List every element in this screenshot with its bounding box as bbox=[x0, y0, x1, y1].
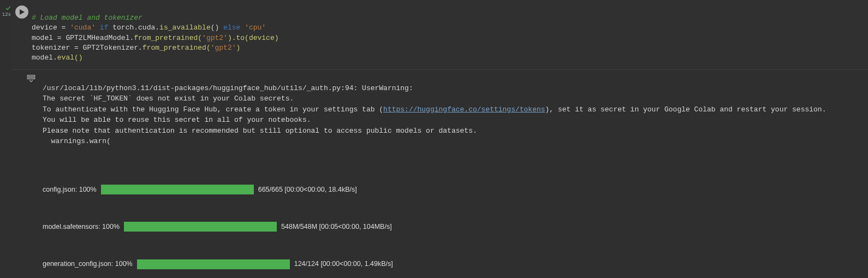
notebook-cell: 12s # Load model and tokenizer device = … bbox=[0, 0, 868, 278]
warning-line: Please note that authentication is recom… bbox=[43, 127, 477, 135]
warning-line: ), set it as secret in your Google Colab… bbox=[545, 105, 827, 114]
cell-gutter: 12s bbox=[0, 0, 12, 278]
warning-line: You will be able to reuse this secret in… bbox=[43, 116, 311, 124]
progress-label: model.safetensors: 100% bbox=[43, 222, 120, 232]
warning-line: To authenticate with the Hugging Face Hu… bbox=[43, 105, 383, 114]
progress-row: config.json: 100% 665/665 [00:00<00:00, … bbox=[43, 185, 826, 195]
progress-label: generation_config.json: 100% bbox=[43, 259, 133, 269]
settings-token-link[interactable]: https://huggingface.co/settings/tokens bbox=[383, 105, 545, 114]
execution-duration: 12s bbox=[0, 12, 12, 17]
progress-stats: 665/665 [00:00<00:00, 18.4kB/s] bbox=[258, 185, 357, 195]
code-input-area[interactable]: # Load model and tokenizer device = 'cud… bbox=[12, 0, 868, 70]
progress-bar bbox=[101, 185, 254, 194]
run-cell-button[interactable] bbox=[15, 5, 28, 19]
code-comment: # Load model and tokenizer bbox=[32, 14, 142, 22]
cell-output: /usr/local/lib/python3.11/dist-packages/… bbox=[12, 70, 868, 278]
progress-row: generation_config.json: 100% 124/124 [00… bbox=[43, 259, 826, 269]
warning-line: warnings.warn( bbox=[43, 137, 111, 145]
warning-line: The secret `HF_TOKEN` does not exist in … bbox=[43, 94, 294, 103]
download-progress-list: config.json: 100% 665/665 [00:00<00:00, … bbox=[43, 164, 826, 278]
progress-stats: 124/124 [00:00<00:00, 1.49kB/s] bbox=[294, 259, 393, 269]
progress-label: config.json: 100% bbox=[43, 185, 97, 195]
progress-bar bbox=[124, 222, 277, 232]
progress-row: model.safetensors: 100% 548M/548M [00:05… bbox=[43, 222, 826, 232]
check-icon bbox=[0, 5, 12, 11]
progress-stats: 548M/548M [00:05<00:00, 104MB/s] bbox=[281, 222, 392, 232]
cell-content: # Load model and tokenizer device = 'cud… bbox=[12, 0, 868, 278]
progress-bar bbox=[137, 259, 290, 269]
code-editor[interactable]: # Load model and tokenizer device = 'cud… bbox=[32, 3, 279, 63]
svg-rect-0 bbox=[27, 75, 35, 76]
svg-rect-1 bbox=[27, 78, 35, 79]
warning-line: /usr/local/lib/python3.11/dist-packages/… bbox=[43, 84, 413, 92]
output-options-icon[interactable] bbox=[26, 73, 36, 278]
